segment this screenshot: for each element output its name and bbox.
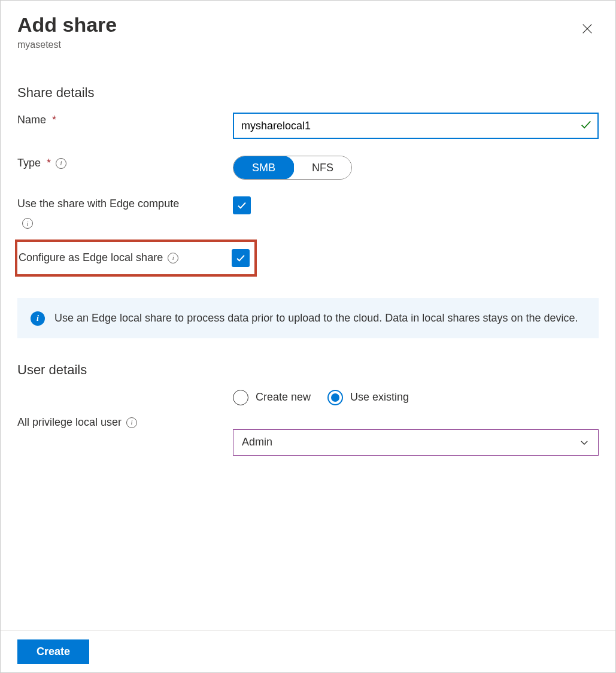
info-banner: i Use an Edge local share to process dat… bbox=[17, 298, 599, 338]
user-select[interactable]: Admin bbox=[233, 429, 599, 456]
panel-footer: Create bbox=[1, 630, 615, 672]
checkmark-icon bbox=[235, 252, 246, 264]
close-button[interactable] bbox=[576, 17, 599, 42]
create-button[interactable]: Create bbox=[17, 639, 89, 664]
edge-compute-row: Use the share with Edge compute i bbox=[17, 196, 599, 228]
checkmark-icon bbox=[236, 199, 247, 211]
radio-icon bbox=[233, 390, 248, 405]
radio-use-existing[interactable]: Use existing bbox=[327, 390, 409, 405]
name-input[interactable] bbox=[233, 113, 599, 139]
user-select-value: Admin bbox=[242, 436, 272, 448]
check-icon bbox=[579, 118, 593, 134]
type-row: Type * i SMB NFS bbox=[17, 156, 599, 180]
page-subtitle: myasetest bbox=[17, 40, 117, 50]
panel-header: Add share myasetest bbox=[17, 14, 599, 50]
info-icon: i bbox=[31, 311, 45, 326]
type-option-nfs[interactable]: NFS bbox=[294, 156, 351, 179]
info-icon[interactable]: i bbox=[126, 417, 137, 428]
name-row: Name * bbox=[17, 113, 599, 139]
local-share-label: Configure as Edge local share i bbox=[19, 250, 232, 265]
edge-compute-checkbox[interactable] bbox=[233, 196, 251, 214]
info-icon[interactable]: i bbox=[168, 253, 178, 263]
radio-icon bbox=[327, 390, 343, 405]
name-label: Name * bbox=[17, 113, 56, 128]
radio-create-new[interactable]: Create new bbox=[233, 390, 311, 405]
type-pill-group: SMB NFS bbox=[233, 156, 352, 180]
type-label: Type * i bbox=[17, 156, 66, 171]
user-mode-radio-group: Create new Use existing bbox=[233, 390, 599, 405]
chevron-down-icon bbox=[579, 437, 590, 448]
required-marker: * bbox=[47, 156, 51, 171]
privilege-label: All privilege local user i bbox=[17, 415, 137, 430]
type-option-smb[interactable]: SMB bbox=[233, 156, 295, 180]
close-icon bbox=[581, 22, 594, 35]
user-details-heading: User details bbox=[17, 362, 599, 378]
info-icon[interactable]: i bbox=[22, 218, 33, 229]
page-title: Add share bbox=[17, 14, 117, 36]
info-banner-text: Use an Edge local share to process data … bbox=[54, 310, 578, 326]
local-share-checkbox[interactable] bbox=[232, 249, 250, 267]
share-details-heading: Share details bbox=[17, 85, 599, 101]
add-share-panel: Add share myasetest Share details Name * bbox=[1, 1, 615, 672]
required-marker: * bbox=[52, 113, 56, 128]
info-icon[interactable]: i bbox=[56, 158, 66, 169]
local-share-highlight: Configure as Edge local share i bbox=[15, 240, 257, 277]
edge-compute-label: Use the share with Edge compute bbox=[17, 196, 179, 211]
privilege-row: All privilege local user i Create new Us… bbox=[17, 390, 599, 456]
